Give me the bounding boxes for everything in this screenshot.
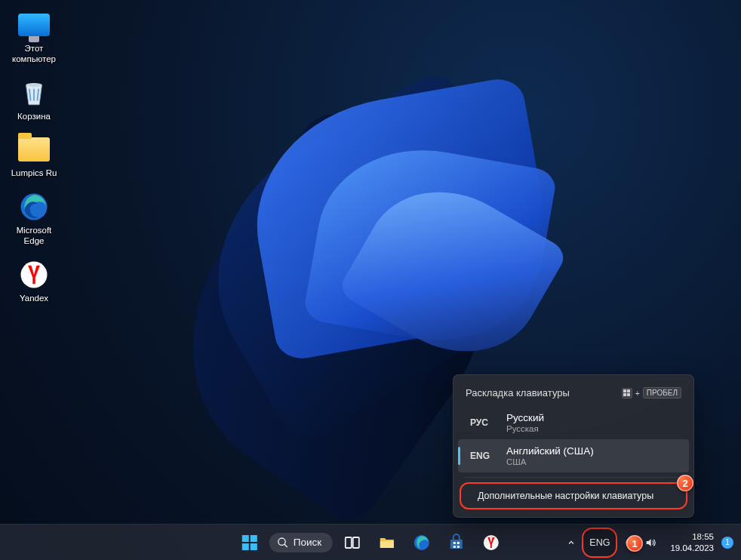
recycle-bin-icon — [17, 75, 51, 110]
edge-icon — [17, 189, 51, 224]
desktop-icon-recycle-bin[interactable]: Корзина — [4, 75, 64, 122]
svg-rect-6 — [627, 393, 630, 396]
svg-rect-9 — [242, 543, 249, 550]
divider — [464, 477, 683, 478]
svg-rect-20 — [457, 546, 460, 548]
notification-badge[interactable]: 1 — [721, 537, 733, 549]
svg-rect-13 — [346, 537, 352, 548]
language-name: Английский (США) — [506, 445, 594, 457]
task-view-button[interactable] — [337, 528, 367, 558]
svg-rect-4 — [627, 389, 630, 392]
taskbar-app-yandex[interactable] — [476, 528, 506, 558]
desktop-icon-label: Lumpics Ru — [11, 168, 57, 179]
svg-rect-8 — [251, 535, 257, 542]
folder-icon — [18, 137, 50, 162]
file-explorer-icon — [378, 534, 396, 552]
store-icon — [447, 534, 466, 552]
taskbar-app-explorer[interactable] — [372, 528, 402, 558]
desktop-icon-label: Корзина — [17, 112, 51, 122]
svg-rect-17 — [454, 542, 456, 544]
windows-logo-icon — [241, 534, 259, 552]
start-button[interactable] — [235, 528, 265, 558]
chevron-up-icon — [567, 538, 576, 547]
keyboard-settings-link[interactable]: Дополнительные настройки клавиатуры — [466, 484, 681, 508]
keyboard-layout-name: Русская — [506, 424, 544, 433]
svg-rect-5 — [623, 393, 626, 396]
svg-rect-14 — [353, 537, 359, 548]
svg-rect-10 — [251, 543, 257, 550]
svg-point-0 — [26, 82, 42, 86]
language-name: Русский — [506, 412, 544, 423]
desktop-icon-folder[interactable]: Lumpics Ru — [4, 132, 64, 179]
flyout-title: Раскладка клавиатуры — [466, 387, 570, 398]
edge-icon — [413, 534, 431, 552]
desktop-icon-yandex[interactable]: Yandex — [4, 257, 64, 304]
clock-date: 19.04.2023 — [670, 543, 714, 553]
svg-line-12 — [284, 544, 287, 547]
language-switcher-flyout: Раскладка клавиатуры + ПРОБЕЛ РУСРусский… — [453, 374, 694, 518]
yandex-icon — [17, 257, 51, 292]
shortcut-key: ПРОБЕЛ — [643, 387, 681, 398]
language-indicator[interactable]: ENG — [582, 528, 617, 558]
annotation-badge-2: 2 — [677, 475, 693, 491]
search-icon — [277, 537, 289, 549]
annotation-badge-1: 1 — [626, 535, 643, 552]
yandex-icon — [482, 534, 500, 552]
svg-point-11 — [278, 538, 285, 545]
taskbar-app-edge[interactable] — [407, 528, 437, 558]
volume-icon — [644, 537, 656, 549]
svg-rect-3 — [623, 389, 626, 392]
desktop-icon-edge[interactable]: MicrosoftEdge — [4, 189, 64, 247]
svg-rect-15 — [380, 541, 394, 548]
language-code: РУС — [470, 417, 496, 428]
tray-clock[interactable]: 18:55 19.04.2023 — [664, 531, 720, 553]
svg-rect-19 — [454, 546, 456, 548]
svg-rect-7 — [242, 535, 249, 542]
clock-time: 18:55 — [670, 531, 714, 542]
flyout-shortcut-hint: + ПРОБЕЛ — [622, 387, 681, 398]
desktop-icon-this-pc[interactable]: Этоткомпьютер — [4, 8, 64, 65]
taskbar-search[interactable]: Поиск — [269, 533, 333, 552]
taskbar-app-store[interactable] — [441, 528, 472, 558]
desktop-icon-label: Этоткомпьютер — [12, 44, 56, 65]
search-label: Поиск — [294, 537, 321, 548]
tray-overflow-button[interactable] — [562, 528, 580, 558]
win-key-icon — [622, 388, 632, 398]
desktop-icon-label: Yandex — [20, 294, 48, 304]
callout-highlight-2: Дополнительные настройки клавиатуры 2 — [460, 482, 687, 509]
monitor-icon — [18, 14, 50, 36]
desktop-icon-label: MicrosoftEdge — [17, 226, 52, 247]
task-view-icon — [343, 534, 361, 552]
language-code: ENG — [470, 451, 496, 461]
keyboard-layout-name: США — [506, 457, 594, 466]
language-option[interactable]: РУСРусскийРусская — [458, 406, 689, 439]
svg-rect-18 — [457, 542, 460, 544]
language-option[interactable]: ENGАнглийский (США)США — [458, 439, 689, 472]
